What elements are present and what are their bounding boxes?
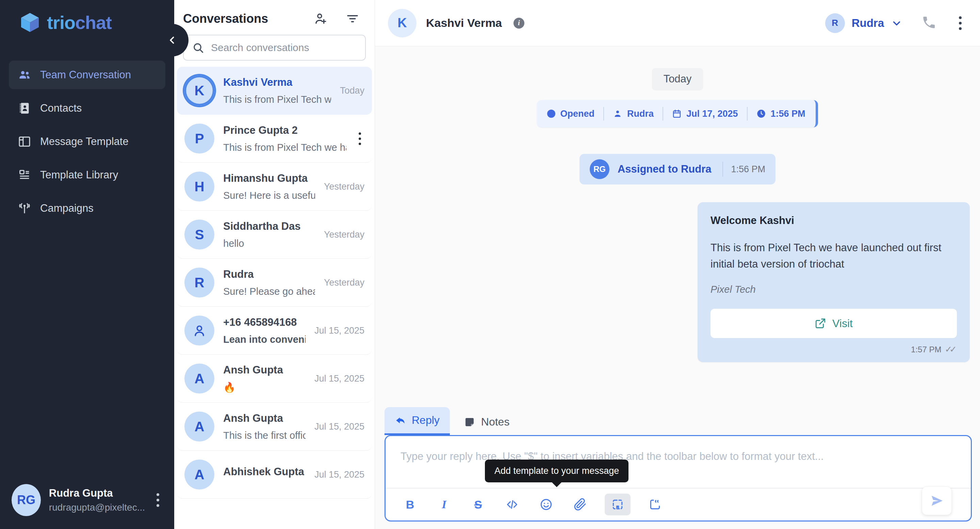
- conversation-item[interactable]: A Abhishek Gupta Jul 15, 2025: [177, 451, 372, 499]
- profile-email: rudragupta@pixeltec...: [49, 502, 145, 513]
- chat-menu-icon[interactable]: [956, 13, 965, 33]
- conversation-preview: Sure! Please go ahead a...: [223, 286, 315, 297]
- app-window: triochat Team Conversation Contacts Mess…: [0, 0, 980, 529]
- avatar: RG: [11, 484, 41, 516]
- tab-reply[interactable]: Reply: [385, 407, 450, 435]
- conversation-name: Kashvi Verma: [223, 76, 331, 89]
- profile-name: Rudra Gupta: [49, 487, 145, 499]
- conversation-date: Yesterday: [324, 182, 364, 192]
- variable-icon: [649, 498, 662, 511]
- sidebar-item-team-conversation[interactable]: Team Conversation: [9, 61, 165, 89]
- avatar: H: [185, 172, 215, 202]
- conversation-name: Himanshu Gupta: [223, 172, 315, 185]
- conversation-name: Siddhartha Das: [223, 220, 315, 233]
- brand-name: triochat: [47, 12, 111, 33]
- person-icon: [192, 323, 207, 338]
- code-icon: [506, 498, 519, 511]
- chat-header: K Kashvi Verma i R Rudra: [375, 0, 980, 46]
- avatar: RG: [590, 159, 609, 179]
- conversation-item[interactable]: R Rudra Sure! Please go ahead a... Yeste…: [177, 259, 372, 307]
- reply-composer: B I S: [385, 435, 972, 521]
- reply-input[interactable]: [385, 436, 971, 488]
- visit-button[interactable]: Visit: [711, 309, 957, 338]
- call-button[interactable]: [921, 15, 937, 31]
- profile-menu-icon[interactable]: [153, 490, 163, 510]
- conversation-name: +16 465894168: [223, 316, 305, 328]
- conversation-item[interactable]: K Kashvi Verma This is from Pixel Tech w…: [177, 67, 372, 115]
- emoji-button[interactable]: [537, 494, 556, 515]
- message-title: Welcome Kashvi: [711, 215, 957, 227]
- conversation-date: Yesterday: [324, 277, 364, 288]
- visit-button-label: Visit: [832, 317, 853, 330]
- conversation-item[interactable]: A Ansh Gupta This is the first official …: [177, 403, 372, 451]
- assignee-name: Rudra: [852, 17, 884, 30]
- sidebar-item-contacts[interactable]: Contacts: [9, 94, 165, 123]
- assignment-text: Assigned to Rudra: [617, 163, 711, 175]
- status-agent: Rudra: [627, 108, 654, 119]
- assignee-selector[interactable]: R Rudra: [825, 13, 902, 33]
- sidebar-item-message-template[interactable]: Message Template: [9, 127, 165, 156]
- assignment-event: RG Assigned to Rudra 1:56 PM: [579, 154, 775, 185]
- send-button[interactable]: [922, 486, 952, 515]
- conversation-item[interactable]: +16 465894168 Lean into convenience... J…: [177, 307, 372, 355]
- conversation-item[interactable]: H Himanshu Gupta Sure! Here is a useful …: [177, 163, 372, 211]
- add-contact-icon[interactable]: [313, 11, 328, 26]
- code-button[interactable]: [503, 494, 522, 515]
- conversation-date: Jul 15, 2025: [314, 373, 364, 384]
- avatar: [185, 315, 215, 346]
- message-status-chip[interactable]: Opened Rudra Jul 17, 2025 1:56 PM: [537, 100, 818, 127]
- sidebar-item-label: Campaigns: [40, 202, 94, 215]
- status-date: Jul 17, 2025: [686, 108, 738, 119]
- external-link-icon: [815, 318, 826, 329]
- conversation-preview: This is the first official ...: [223, 430, 305, 441]
- conversation-name: Ansh Gupta: [223, 364, 305, 376]
- chat-contact[interactable]: K Kashvi Verma i: [388, 9, 524, 37]
- status-state: Opened: [560, 108, 595, 119]
- avatar: A: [185, 363, 215, 394]
- sidebar-item-label: Message Template: [40, 135, 129, 148]
- message-area: Today Opened Rudra Jul 17, 2025 1:56 PM: [375, 46, 980, 407]
- add-template-button[interactable]: [605, 494, 630, 515]
- message-sender: Pixel Tech: [711, 284, 957, 295]
- team-icon: [18, 68, 31, 82]
- avatar: R: [185, 268, 215, 298]
- avatar: P: [185, 124, 215, 153]
- notes-icon: [463, 416, 476, 428]
- phone-icon: [921, 15, 937, 30]
- template-library-icon: [18, 168, 31, 182]
- conversation-item[interactable]: S Siddhartha Das hello Yesterday: [177, 211, 372, 259]
- reply-icon: [395, 414, 406, 426]
- sidebar-item-label: Template Library: [40, 169, 118, 181]
- sidebar-item-campaigns[interactable]: Campaigns: [9, 194, 165, 223]
- search-input[interactable]: [183, 35, 366, 61]
- info-icon[interactable]: i: [514, 18, 524, 29]
- conversation-item[interactable]: P Prince Gupta 2 This is from Pixel Tech…: [177, 115, 372, 163]
- search-icon: [192, 41, 204, 54]
- bold-button[interactable]: B: [401, 494, 420, 515]
- conversation-item[interactable]: A Ansh Gupta 🔥 Jul 15, 2025: [177, 355, 372, 403]
- format-toolbar: B I S: [385, 488, 971, 521]
- sidebar-collapse-button[interactable]: [156, 24, 189, 56]
- conversation-preview: hello: [223, 238, 315, 249]
- conversation-list: K Kashvi Verma This is from Pixel Tech w…: [174, 67, 375, 529]
- italic-button[interactable]: I: [434, 494, 453, 515]
- filter-icon[interactable]: [345, 11, 360, 26]
- attachment-button[interactable]: [571, 494, 590, 515]
- conversations-title: Conversations: [183, 11, 268, 26]
- message-time: 1:57 PM: [911, 345, 941, 354]
- tab-notes[interactable]: Notes: [461, 409, 520, 435]
- avatar: A: [185, 411, 215, 441]
- avatar: K: [388, 9, 417, 37]
- user-profile[interactable]: RG Rudra Gupta rudragupta@pixeltec...: [0, 474, 174, 529]
- conversation-date: Today: [340, 86, 364, 96]
- conversation-menu-icon[interactable]: [355, 129, 364, 148]
- insert-variable-button[interactable]: [646, 494, 665, 515]
- conversation-date: Jul 15, 2025: [314, 421, 364, 432]
- conversation-date: Jul 15, 2025: [314, 469, 364, 480]
- sidebar-item-template-library[interactable]: Template Library: [9, 161, 165, 189]
- chat-contact-name: Kashvi Verma: [426, 16, 502, 30]
- strikethrough-button[interactable]: S: [469, 494, 488, 515]
- paperclip-icon: [574, 498, 587, 511]
- day-divider: Today: [652, 68, 703, 90]
- status-time: 1:56 PM: [771, 108, 805, 119]
